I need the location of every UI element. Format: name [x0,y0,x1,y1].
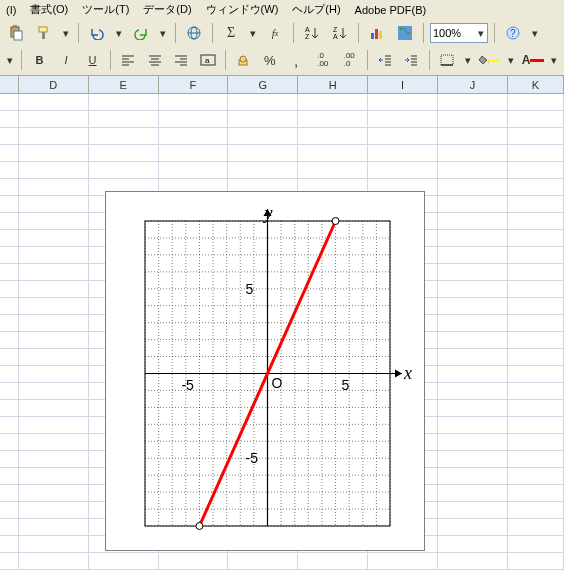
svg-rect-42 [441,55,453,65]
sort-asc-icon[interactable]: AZ [300,21,324,45]
increase-indent-icon[interactable] [400,49,423,71]
menu-format[interactable]: 書式(O) [30,2,68,17]
svg-text:A: A [305,26,310,33]
column-header[interactable]: E [89,76,159,94]
zoom-input[interactable] [431,27,475,39]
hyperlink-icon[interactable] [182,21,206,45]
separator [423,23,424,43]
italic-button[interactable]: I [55,49,78,71]
xy-line-chart: -55-55Oyx [110,196,420,546]
underline-button[interactable]: U [81,49,104,71]
align-right-icon[interactable] [170,49,193,71]
column-header[interactable]: J [438,76,508,94]
decrease-indent-icon[interactable] [373,49,396,71]
chevron-down-icon[interactable]: ▾ [475,27,487,40]
svg-point-33 [240,56,246,62]
svg-text:-5: -5 [181,377,194,393]
svg-rect-13 [375,29,378,39]
format-painter-icon[interactable] [32,21,56,45]
percent-icon[interactable]: % [258,49,281,71]
separator [78,23,79,43]
dropdown-icon[interactable]: ▾ [462,49,473,71]
separator [110,50,111,70]
column-header[interactable]: I [368,76,438,94]
svg-rect-1 [13,25,17,28]
column-header[interactable]: F [159,76,229,94]
svg-text:-5: -5 [246,450,259,466]
svg-rect-4 [42,32,45,39]
currency-icon[interactable] [232,49,255,71]
menu-adobe-pdf[interactable]: Adobe PDF(B) [355,4,427,16]
separator [358,23,359,43]
svg-text:Z: Z [333,26,338,33]
worksheet-area: DEFGHIJK -55-55Oyx [0,75,564,570]
svg-rect-12 [371,33,374,39]
dropdown-icon[interactable]: ▾ [529,21,541,45]
separator [212,23,213,43]
column-header[interactable]: G [228,76,298,94]
help-icon[interactable]: ? [501,21,525,45]
dropdown-icon[interactable]: ▾ [60,21,72,45]
map-icon[interactable] [393,21,417,45]
formatting-toolbar: ▾ B I U a % , .0.00 .00.0 ▾ ▾ A ▾ [0,47,564,75]
bold-button[interactable]: B [28,49,51,71]
svg-rect-2 [14,31,22,40]
separator [494,23,495,43]
fill-color-icon[interactable] [477,49,501,71]
svg-text:?: ? [510,28,516,39]
svg-text:5: 5 [246,281,254,297]
svg-point-93 [196,523,203,530]
column-header[interactable]: H [298,76,368,94]
function-icon[interactable]: fx [263,21,287,45]
column-headers: DEFGHIJK [0,76,564,94]
menu-tools[interactable]: ツール(T) [82,2,129,17]
menu-help[interactable]: ヘルプ(H) [292,2,340,17]
separator [367,50,368,70]
align-center-icon[interactable] [143,49,166,71]
svg-text:A: A [333,33,338,40]
align-left-icon[interactable] [117,49,140,71]
separator [175,23,176,43]
menu-data[interactable]: データ(D) [143,2,191,17]
font-color-icon[interactable]: A [521,49,545,71]
menubar: (I) 書式(O) ツール(T) データ(D) ウィンドウ(W) ヘルプ(H) … [0,0,564,19]
sort-desc-icon[interactable]: ZA [328,21,352,45]
svg-text:a: a [205,56,210,65]
dropdown-icon[interactable]: ▾ [505,49,516,71]
dropdown-icon[interactable]: ▾ [247,21,259,45]
column-header[interactable]: K [508,76,564,94]
comma-icon[interactable]: , [285,49,308,71]
dropdown-icon[interactable]: ▾ [113,21,125,45]
column-header[interactable]: D [19,76,89,94]
dropdown-icon[interactable]: ▾ [4,49,15,71]
zoom-combo[interactable]: ▾ [430,23,488,43]
svg-text:Z: Z [305,33,310,40]
separator [225,50,226,70]
svg-text:y: y [263,203,273,223]
increase-decimal-icon[interactable]: .0.00 [311,49,334,71]
svg-point-94 [332,218,339,225]
dropdown-icon[interactable]: ▾ [549,49,560,71]
autosum-icon[interactable]: Σ [219,21,243,45]
decrease-decimal-icon[interactable]: .00.0 [338,49,361,71]
dropdown-icon[interactable]: ▾ [157,21,169,45]
svg-text:O: O [272,375,283,391]
redo-icon[interactable] [129,21,153,45]
svg-text:5: 5 [342,377,350,393]
paste-icon[interactable] [4,21,28,45]
merge-center-icon[interactable]: a [196,49,219,71]
menu-windows[interactable]: ウィンドウ(W) [206,2,279,17]
separator [293,23,294,43]
undo-icon[interactable] [85,21,109,45]
borders-icon[interactable] [435,49,458,71]
standard-toolbar: ▾ ▾ ▾ Σ ▾ fx AZ ZA [0,19,564,47]
svg-text:x: x [403,363,412,383]
separator [21,50,22,70]
separator [429,50,430,70]
menu-prev-fragment[interactable]: (I) [6,4,16,16]
chart-wizard-icon[interactable] [365,21,389,45]
svg-rect-3 [39,27,47,32]
embedded-chart[interactable]: -55-55Oyx [105,191,425,551]
svg-rect-14 [379,31,382,39]
